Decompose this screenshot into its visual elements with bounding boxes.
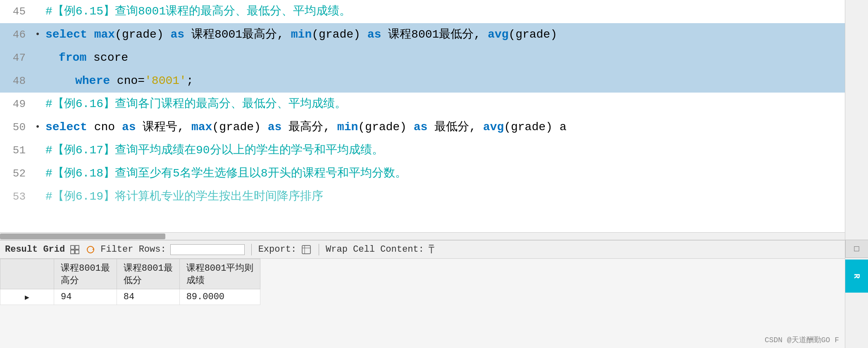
line-content-49: #【例6.16】查询各门课程的最高分、最低分、平均成绩。 [42, 93, 868, 116]
toolbar-separator-2 [319, 244, 319, 255]
line-content-50: select cno as 课程号, max(grade) as 最高分, mi… [42, 116, 868, 139]
line-content-46: select max(grade) as 课程8001最高分, min(grad… [42, 23, 868, 46]
col-header-1: 课程8001最高分 [54, 259, 117, 289]
right-sidebar: □ R [845, 0, 868, 348]
export-icon[interactable] [300, 244, 312, 255]
cell-avg-grade: 89.0000 [179, 289, 260, 305]
line-content-45: #【例6.15】查询8001课程的最高分、最低分、平均成绩。 [42, 0, 868, 23]
cell-max-grade: 94 [54, 289, 117, 305]
toolbar-separator-1 [251, 244, 252, 255]
svg-rect-0 [71, 246, 74, 249]
code-line-52: 52 #【例6.18】查询至少有5名学生选修且以8开头的课程号和平均分数。 [0, 162, 868, 185]
bullet-46: • [33, 23, 42, 46]
code-line-50: 50 • select cno as 课程号, max(grade) as 最高… [0, 116, 868, 139]
cell-min-grade: 84 [117, 289, 179, 305]
result-table-wrapper: 课程8001最高分 课程8001最低分 课程8001平均则成绩 ▶ 94 84 … [0, 259, 868, 305]
export-label: Export: [258, 244, 296, 255]
line-content-52: #【例6.18】查询至少有5名学生选修且以8开头的课程号和平均分数。 [42, 162, 868, 185]
row-arrow: ▶ [0, 289, 54, 305]
sidebar-square-button[interactable]: □ [845, 240, 868, 258]
line-content-53: #【例6.19】将计算机专业的学生按出生时间降序排序 [42, 185, 868, 208]
line-number-48: 48 [0, 69, 33, 93]
svg-text:T̅: T̅ [429, 245, 434, 255]
line-number-51: 51 [0, 139, 33, 162]
bullet-52 [33, 162, 42, 185]
editor-area: 45 #【例6.15】查询8001课程的最高分、最低分、平均成绩。 46 • s… [0, 0, 868, 240]
bullet-50: • [33, 116, 42, 139]
result-grid-label: Result Grid [5, 244, 65, 255]
bullet-47 [33, 46, 42, 69]
code-line-45: 45 #【例6.15】查询8001课程的最高分、最低分、平均成绩。 [0, 0, 868, 23]
scrollbar-thumb[interactable] [0, 234, 165, 239]
line-number-49: 49 [0, 93, 33, 116]
line-number-53: 53 [0, 185, 33, 208]
result-table: 课程8001最高分 课程8001最低分 课程8001平均则成绩 ▶ 94 84 … [0, 259, 260, 305]
svg-rect-1 [75, 246, 79, 249]
bullet-48 [33, 69, 42, 93]
svg-rect-5 [302, 246, 310, 254]
line-number-46: 46 [0, 23, 33, 46]
code-line-48: 48 where cno='8001'; [0, 69, 868, 93]
grid-icon[interactable] [69, 244, 81, 255]
refresh-icon[interactable] [85, 244, 96, 255]
line-number-52: 52 [0, 162, 33, 185]
filter-rows-input[interactable] [170, 244, 245, 255]
watermark: CSDN @天道酬勤GO F [765, 335, 839, 345]
wrap-cell-label: Wrap Cell Content: [326, 244, 424, 255]
code-line-49: 49 #【例6.16】查询各门课程的最高分、最低分、平均成绩。 [0, 93, 868, 116]
bullet-45 [33, 0, 42, 23]
sidebar-cyan-button[interactable]: R [845, 260, 868, 293]
line-number-47: 47 [0, 46, 33, 69]
horizontal-scrollbar[interactable] [0, 232, 868, 240]
col-header-2: 课程8001最低分 [117, 259, 179, 289]
svg-rect-3 [75, 250, 79, 254]
line-content-48: where cno='8001'; [42, 69, 868, 93]
line-content-47: from score [42, 46, 868, 69]
wrap-cell-icon[interactable]: T̅ [428, 244, 440, 255]
sidebar-cyan-label: R [852, 274, 861, 279]
line-content-51: #【例6.17】查询平均成绩在90分以上的学生的学号和平均成绩。 [42, 139, 868, 162]
line-number-45: 45 [0, 0, 33, 23]
code-line-47: 47 from score [0, 46, 868, 69]
bullet-53 [33, 185, 42, 208]
col-header-3: 课程8001平均则成绩 [179, 259, 260, 289]
code-line-51: 51 #【例6.17】查询平均成绩在90分以上的学生的学号和平均成绩。 [0, 139, 868, 162]
table-row: ▶ 94 84 89.0000 [0, 289, 260, 305]
code-line-46: 46 • select max(grade) as 课程8001最高分, min… [0, 23, 868, 46]
result-panel: Result Grid Filter Rows: Export: [0, 240, 868, 348]
bullet-49 [33, 93, 42, 116]
line-number-50: 50 [0, 116, 33, 139]
result-toolbar: Result Grid Filter Rows: Export: [0, 241, 868, 259]
bullet-51 [33, 139, 42, 162]
svg-rect-2 [71, 250, 74, 254]
filter-rows-label: Filter Rows: [100, 244, 166, 255]
code-line-53: 53 #【例6.19】将计算机专业的学生按出生时间降序排序 [0, 185, 868, 208]
